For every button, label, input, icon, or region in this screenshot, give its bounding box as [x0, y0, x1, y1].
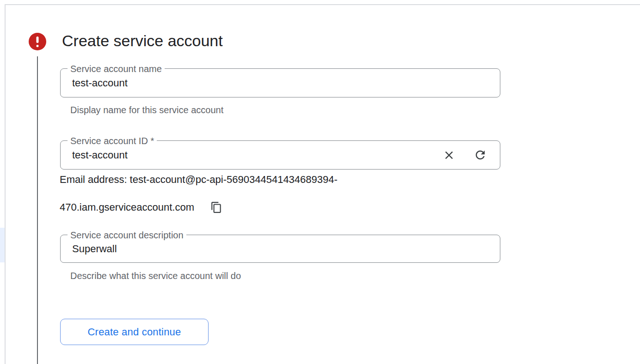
error-icon-dot [37, 45, 39, 47]
email-address-text-line2-value: 470.iam.gserviceaccount.com [60, 201, 194, 213]
service-account-name-helper: Display name for this service account [70, 104, 223, 115]
panel-left-border [5, 4, 6, 364]
id-field-actions [443, 149, 486, 162]
clear-icon [443, 149, 455, 162]
clear-button[interactable] [443, 149, 455, 162]
error-icon [29, 33, 46, 50]
service-account-id-field: Service account ID * [60, 140, 500, 170]
email-address-text-line1: Email address: test-account@pc-api-56903… [60, 174, 338, 186]
service-account-description-input[interactable] [61, 235, 500, 262]
copy-icon [210, 201, 222, 213]
refresh-icon [474, 148, 487, 162]
background-fragment [0, 228, 5, 262]
refresh-button[interactable] [474, 149, 486, 162]
page-title: Create service account [62, 30, 223, 51]
copy-button[interactable] [210, 201, 222, 213]
panel-top-border [5, 4, 640, 5]
service-account-name-field: Service account name [60, 68, 500, 97]
email-address-text-line2: 470.iam.gserviceaccount.com [60, 201, 222, 213]
service-account-description-helper: Describe what this service account will … [70, 270, 241, 281]
service-account-description-field: Service account description [60, 235, 500, 263]
stepper-line [37, 56, 38, 364]
service-account-id-input[interactable] [61, 141, 431, 169]
error-icon-bar [37, 36, 39, 43]
service-account-name-input[interactable] [61, 69, 500, 97]
create-and-continue-button[interactable]: Create and continue [60, 319, 209, 345]
